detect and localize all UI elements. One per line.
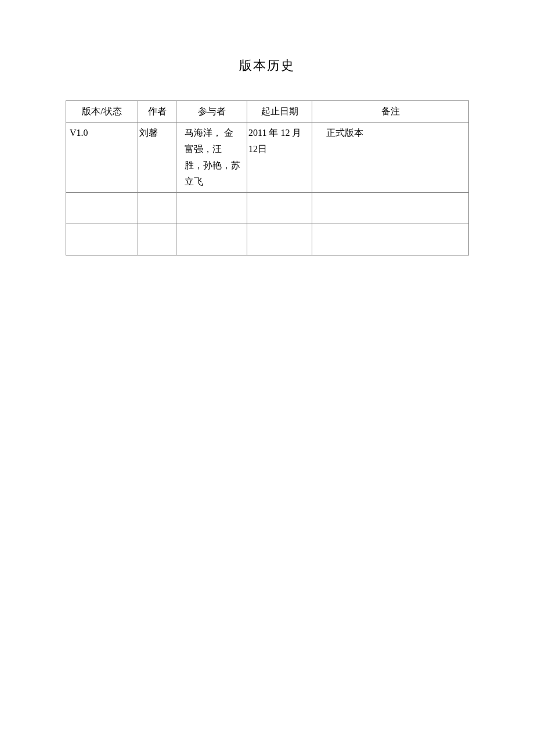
- cell-dates: [247, 193, 312, 224]
- header-version-status: 版本/状态: [66, 101, 138, 123]
- cell-notes: 正式版本: [312, 123, 469, 193]
- header-notes: 备注: [312, 101, 469, 123]
- cell-version-status: [66, 193, 138, 224]
- header-author: 作者: [138, 101, 176, 123]
- table-row: V1.0 刘馨 马海洋， 金富强，汪 胜，孙艳，苏立飞 2011 年 12 月1…: [66, 123, 469, 193]
- cell-participants: [176, 193, 247, 224]
- header-participants: 参与者: [176, 101, 247, 123]
- cell-author: [138, 193, 176, 224]
- table-row: [66, 193, 469, 224]
- version-history-table: 版本/状态 作者 参与者 起止日期 备注 V1.0 刘馨 马海洋， 金富强，汪 …: [66, 100, 469, 255]
- page-title: 版本历史: [0, 0, 534, 74]
- cell-notes: [312, 224, 469, 255]
- cell-dates: [247, 224, 312, 255]
- header-dates: 起止日期: [247, 101, 312, 123]
- cell-dates: 2011 年 12 月12日: [247, 123, 312, 193]
- cell-version-status: V1.0: [66, 123, 138, 193]
- cell-version-status: [66, 224, 138, 255]
- table-header-row: 版本/状态 作者 参与者 起止日期 备注: [66, 101, 469, 123]
- table-row: [66, 224, 469, 255]
- cell-participants: 马海洋， 金富强，汪 胜，孙艳，苏立飞: [176, 123, 247, 193]
- cell-author: 刘馨: [138, 123, 176, 193]
- version-history-table-container: 版本/状态 作者 参与者 起止日期 备注 V1.0 刘馨 马海洋， 金富强，汪 …: [66, 100, 468, 255]
- cell-notes: [312, 193, 469, 224]
- cell-participants: [176, 224, 247, 255]
- cell-author: [138, 224, 176, 255]
